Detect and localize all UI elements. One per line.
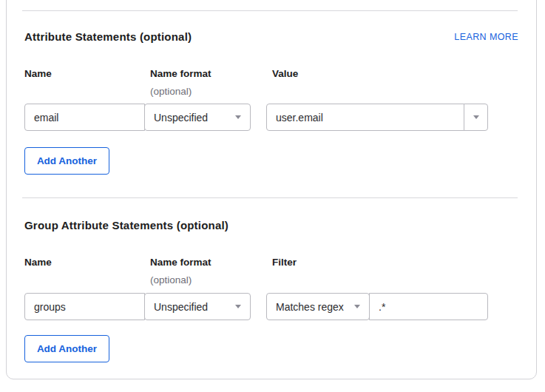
group-name-format-column-header: Name format [150, 257, 211, 268]
group-name-column-header: Name [24, 257, 52, 268]
group-name-format-select[interactable]: Unspecified [144, 293, 251, 320]
name-format-column-header: Name format [150, 68, 211, 79]
add-another-attribute-button[interactable]: Add Another [24, 147, 109, 175]
group-name-format-selected-label: Unspecified [154, 301, 229, 313]
attr-name-format-selected-label: Unspecified [154, 112, 229, 124]
chevron-down-icon [235, 305, 241, 308]
chevron-down-icon [473, 115, 479, 119]
attr-name-format-select[interactable]: Unspecified [144, 104, 251, 131]
name-column-header: Name [24, 68, 52, 79]
value-column-header: Value [272, 68, 298, 79]
filter-type-selected-label: Matches regex [276, 301, 348, 313]
chevron-down-icon [354, 305, 360, 308]
group-name-format-optional-label: (optional) [150, 274, 192, 285]
filter-value-input[interactable] [369, 293, 488, 320]
chevron-down-icon [235, 115, 241, 119]
filter-column-header: Filter [272, 257, 297, 268]
section-divider [22, 10, 518, 11]
group-name-input[interactable] [24, 293, 145, 320]
attribute-statements-title: Attribute Statements (optional) [24, 30, 192, 43]
add-another-group-attribute-button[interactable]: Add Another [24, 335, 109, 362]
learn-more-link[interactable]: LEARN MORE [454, 32, 518, 42]
attr-value-input[interactable] [266, 104, 464, 131]
settings-card [6, 0, 537, 379]
attr-value-dropdown-button[interactable] [464, 104, 488, 131]
name-format-optional-label: (optional) [150, 86, 192, 97]
group-attribute-statements-title: Group Attribute Statements (optional) [24, 219, 229, 232]
filter-type-select[interactable]: Matches regex [266, 293, 370, 320]
section-divider [22, 197, 518, 198]
attr-name-input[interactable] [24, 104, 145, 131]
